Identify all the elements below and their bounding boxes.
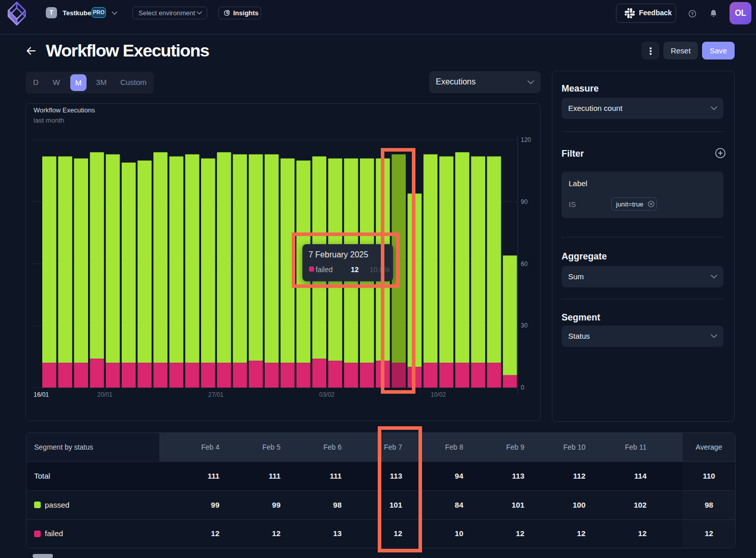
svg-text:20/01: 20/01 <box>97 391 113 398</box>
svg-text:10/02: 10/02 <box>431 391 446 398</box>
svg-text:03/02: 03/02 <box>319 391 334 398</box>
svg-text:90: 90 <box>521 198 528 205</box>
svg-text:60: 60 <box>521 260 528 268</box>
svg-text:16/01: 16/01 <box>34 391 49 398</box>
svg-text:?: ? <box>691 11 694 16</box>
svg-text:120: 120 <box>521 136 531 143</box>
svg-text:0: 0 <box>521 384 524 391</box>
svg-text:27/01: 27/01 <box>208 391 223 398</box>
svg-text:30: 30 <box>521 322 528 329</box>
